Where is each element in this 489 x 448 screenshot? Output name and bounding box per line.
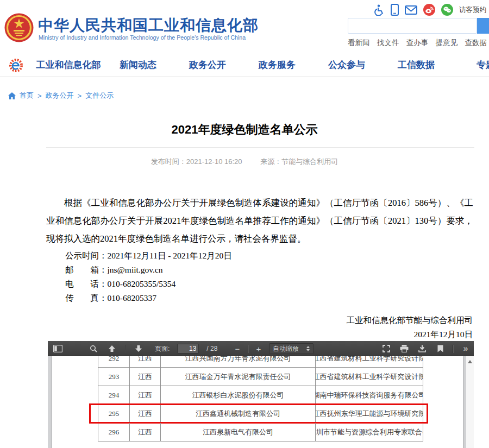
- contact-info: 公示时间：2021年12月11日 - 2021年12月20日 邮 箱：jns@m…: [65, 249, 232, 305]
- select-spinner-icon: [306, 346, 310, 351]
- page-number-input[interactable]: [177, 344, 199, 354]
- contact-email: 邮 箱：jns@miit.gov.cn: [65, 263, 232, 277]
- contact-phone: 电 话：010-68205355/5354: [65, 277, 232, 291]
- cell-province: 江西: [130, 386, 161, 405]
- contact-fax: 传 真：010-68205337: [65, 291, 232, 305]
- more-tools-button[interactable]: »: [460, 343, 471, 355]
- page-label: 页面:: [155, 344, 170, 354]
- page-total: / 28: [206, 345, 217, 352]
- article-title: 2021年度绿色制造名单公示: [0, 122, 489, 138]
- cell-province: 江西: [130, 356, 161, 368]
- cell-company: 江西银杉白水泥股份有限公司: [161, 386, 316, 405]
- quick-link-news[interactable]: 看新闻: [348, 38, 370, 48]
- page: 中华人民共和国工业和信息化部 Ministry of Industry and …: [0, 0, 489, 448]
- table-row: 293 江西 江西瑞金万年青水泥有限责任公司 江西省建筑材料工业科学研究设计院: [98, 368, 424, 386]
- cell-org: 江西省建筑材料工业科学研究设计院: [316, 368, 423, 386]
- cell-company: 江西兴国南方万年青水泥有限公司: [161, 356, 316, 368]
- site-title: 中华人民共和国工业和信息化部: [38, 15, 259, 36]
- table-row: 296 江西 江西泉新电气有限公司 深圳市节能与资源综合利用专家联合会: [98, 423, 424, 441]
- table-row: 294 江西 江西银杉白水泥股份有限公司 湖南中瑞环保科技咨询服务有限公司: [98, 386, 424, 405]
- search-button[interactable]: [477, 18, 489, 34]
- article-meta: 发布时间：2021-12-10 16:20 来源：节能与综合利用司: [0, 157, 489, 167]
- pdf-viewer: 页面: / 28 − + 自动缩放: [48, 341, 474, 448]
- publicity-period: 公示时间：2021年12月11日 - 2021年12月20日: [65, 249, 232, 263]
- breadcrumb: 首页 > 政务公开 > 文件公示: [8, 91, 114, 100]
- header-icon-row: 访客预约: [373, 4, 486, 16]
- article-paragraph: 根据《工业和信息化部办公厅关于开展绿色制造体系建设的通知》（工信厅节函〔2016…: [46, 194, 473, 248]
- quick-link-suggestions[interactable]: 提意见: [436, 38, 458, 48]
- pdf-page: 292 江西 江西兴国南方万年青水泥有限公司 江西省建筑材料工业科学研究设计院 …: [52, 356, 463, 448]
- national-emblem: [4, 13, 34, 42]
- green-manufacturing-table: 292 江西 江西兴国南方万年青水泥有限公司 江西省建筑材料工业科学研究设计院 …: [98, 356, 424, 441]
- quick-links: 看新闻 找文件 查办事 提意见 查数据: [348, 38, 487, 48]
- signature-department: 工业和信息化部节能与综合利用司: [0, 315, 473, 326]
- cell-no: 294: [98, 386, 130, 405]
- article-source: 来源：节能与综合利用司: [260, 157, 338, 166]
- publish-time: 发布时间：2021-12-10 16:20: [151, 157, 242, 166]
- cell-no: 295: [98, 405, 130, 423]
- nav-item-gov-services[interactable]: 政务服务: [242, 54, 312, 77]
- scale-select[interactable]: 自动缩放: [269, 343, 314, 354]
- find-icon[interactable]: [88, 343, 99, 355]
- cell-province: 江西: [130, 405, 161, 423]
- bookmark-icon[interactable]: [435, 343, 446, 355]
- cell-company: 江西瑞金万年青水泥有限责任公司: [161, 368, 316, 386]
- cell-org: 江西省建筑材料工业科学研究设计院: [316, 356, 423, 368]
- wechat-icon[interactable]: [441, 4, 453, 16]
- breadcrumb-home[interactable]: 首页: [20, 91, 34, 100]
- nav-item-news[interactable]: 新闻动态: [103, 54, 173, 77]
- mobile-icon[interactable]: [391, 4, 399, 16]
- sidebar-toggle-icon[interactable]: [52, 343, 63, 355]
- zoom-out-button[interactable]: −: [233, 344, 242, 354]
- print-icon[interactable]: [399, 343, 410, 355]
- weibo-icon[interactable]: [423, 4, 435, 16]
- main-nav: 工业和信息化部 新闻动态 政务公开 政务服务 公众参与 工信数据 专题: [0, 54, 489, 77]
- nav-item-public-participation[interactable]: 公众参与: [312, 54, 381, 77]
- miit-gear-logo-icon[interactable]: [9, 58, 23, 75]
- nav-items: 工业和信息化部 新闻动态 政务公开 政务服务 公众参与 工信数据 专题: [34, 54, 489, 77]
- site-subtitle-en: Ministry of Industry and Information Tec…: [39, 34, 246, 41]
- breadcrumb-gov-disclosure[interactable]: 政务公开: [46, 91, 74, 100]
- table-row: 292 江西 江西兴国南方万年青水泥有限公司 江西省建筑材料工业科学研究设计院: [98, 356, 424, 368]
- cell-company: 江西鑫通机械制造有限公司: [161, 405, 316, 423]
- cell-company: 江西泉新电气有限公司: [161, 423, 316, 441]
- breadcrumb-separator: >: [78, 92, 82, 100]
- next-page-icon[interactable]: [133, 343, 144, 355]
- nav-item-special-topics[interactable]: 专题: [451, 54, 489, 77]
- cell-no: 293: [98, 368, 130, 386]
- signature-block: 工业和信息化部节能与综合利用司 2021年12月10日: [0, 315, 473, 340]
- quick-link-files[interactable]: 找文件: [377, 38, 399, 48]
- presentation-mode-icon[interactable]: [381, 343, 392, 355]
- breadcrumb-separator: >: [37, 92, 42, 100]
- accessibility-icon[interactable]: [373, 4, 385, 16]
- cell-no: 292: [98, 356, 130, 368]
- cell-org: 湖南中瑞环保科技咨询服务有限公司: [316, 386, 423, 405]
- title-divider: [46, 147, 474, 148]
- download-icon[interactable]: [417, 343, 428, 355]
- search-input[interactable]: [348, 18, 477, 34]
- cell-province: 江西: [130, 423, 161, 441]
- nav-item-gov-disclosure[interactable]: 政务公开: [173, 54, 242, 77]
- quick-link-data[interactable]: 查数据: [465, 38, 487, 48]
- quick-link-services[interactable]: 查办事: [406, 38, 429, 48]
- zoom-in-button[interactable]: +: [254, 344, 264, 354]
- visitor-appointment-link[interactable]: 访客预约: [459, 5, 486, 15]
- pdf-scrollbar[interactable]: [466, 356, 474, 448]
- signature-date: 2021年12月10日: [0, 329, 473, 340]
- home-icon: [8, 92, 16, 99]
- cell-no: 296: [98, 423, 130, 441]
- mail-icon[interactable]: [405, 5, 417, 15]
- cell-province: 江西: [130, 368, 161, 386]
- table-row-highlighted: 295 江西 江西鑫通机械制造有限公司 江西抚州东华理工能源与环境研究院: [98, 405, 424, 423]
- pdf-toolbar: 页面: / 28 − + 自动缩放: [48, 341, 474, 356]
- cell-org: 江西抚州东华理工能源与环境研究院: [316, 405, 423, 423]
- breadcrumb-file-publicity[interactable]: 文件公示: [85, 91, 114, 100]
- search-bar: [348, 18, 489, 34]
- scroll-up-icon[interactable]: [468, 360, 472, 363]
- cell-org: 深圳市节能与资源综合利用专家联合会: [316, 423, 423, 441]
- nav-item-ministry[interactable]: 工业和信息化部: [34, 54, 103, 77]
- previous-page-icon[interactable]: [106, 343, 117, 355]
- nav-item-industry-data[interactable]: 工信数据: [381, 54, 451, 77]
- pdf-content-area: 292 江西 江西兴国南方万年青水泥有限公司 江西省建筑材料工业科学研究设计院 …: [48, 356, 474, 448]
